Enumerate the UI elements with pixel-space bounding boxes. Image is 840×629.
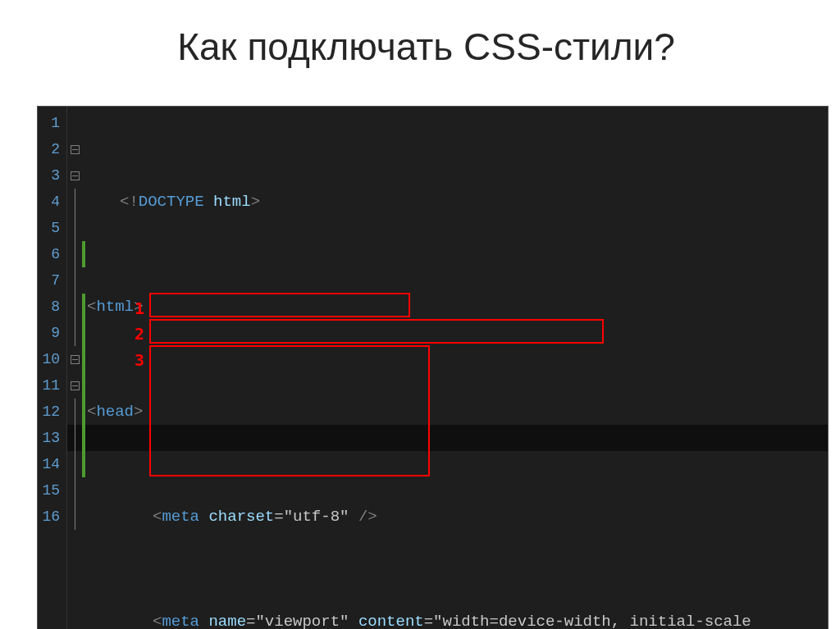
code-line: <html> — [87, 294, 828, 320]
line-number: 5 — [38, 215, 66, 241]
line-number: 11 — [38, 372, 66, 399]
line-number: 10 — [38, 346, 66, 372]
fold-icon[interactable] — [71, 171, 80, 180]
annotation-label-1: 1 — [135, 295, 144, 321]
code-line: <!DOCTYPE html> — [87, 189, 828, 215]
slide-title: Как подключать CSS-стили? — [37, 25, 815, 69]
line-number: 6 — [38, 241, 66, 267]
fold-column — [67, 107, 82, 629]
line-number: 13 — [38, 425, 66, 451]
slide: Как подключать CSS-стили? 1 2 3 4 5 6 7 … — [0, 0, 840, 629]
code-editor: 1 2 3 4 5 6 7 8 9 10 11 12 13 14 15 16 — [37, 106, 829, 629]
line-number: 1 — [38, 110, 66, 136]
fold-icon[interactable] — [71, 381, 80, 390]
line-number: 15 — [38, 477, 66, 504]
code-line: <meta charset="utf-8" /> — [87, 504, 828, 530]
annotation-label-2: 2 — [135, 321, 144, 347]
line-number: 7 — [38, 267, 66, 294]
line-number: 16 — [38, 504, 66, 530]
code-line: <meta name="viewport" content="width=dev… — [87, 608, 828, 629]
code-area[interactable]: <!DOCTYPE html> <html> <head> <meta char… — [87, 107, 828, 629]
line-number: 2 — [38, 136, 66, 162]
line-number: 14 — [38, 451, 66, 477]
modification-margin — [82, 107, 85, 629]
line-number-gutter: 1 2 3 4 5 6 7 8 9 10 11 12 13 14 15 16 — [38, 107, 67, 629]
line-number: 9 — [38, 320, 66, 346]
line-number: 8 — [38, 294, 66, 320]
line-number: 3 — [38, 162, 66, 189]
line-number: 4 — [38, 189, 66, 215]
code-line: <head> — [87, 399, 828, 425]
line-number: 12 — [38, 399, 66, 425]
fold-icon[interactable] — [71, 145, 80, 154]
fold-icon[interactable] — [71, 355, 80, 364]
annotation-label-3: 3 — [135, 347, 144, 373]
